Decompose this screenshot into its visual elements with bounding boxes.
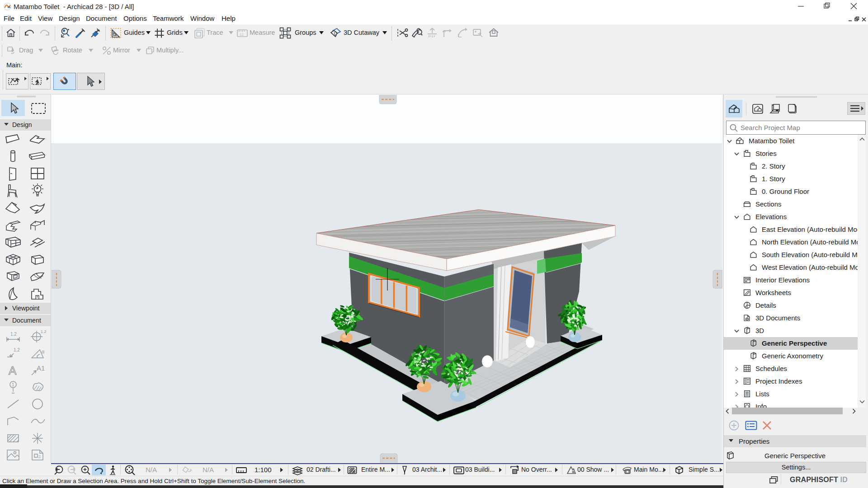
svg-text:A: A [9, 364, 17, 377]
svg-text:12: 12 [240, 33, 244, 37]
svg-text:A1: A1 [37, 364, 45, 372]
svg-text:1.2: 1.2 [41, 329, 46, 334]
svg-text:1.2: 1.2 [10, 332, 17, 337]
svg-text:α: α [42, 349, 45, 354]
svg-text:1: 1 [12, 382, 14, 387]
svg-text:1.2: 1.2 [14, 347, 20, 352]
